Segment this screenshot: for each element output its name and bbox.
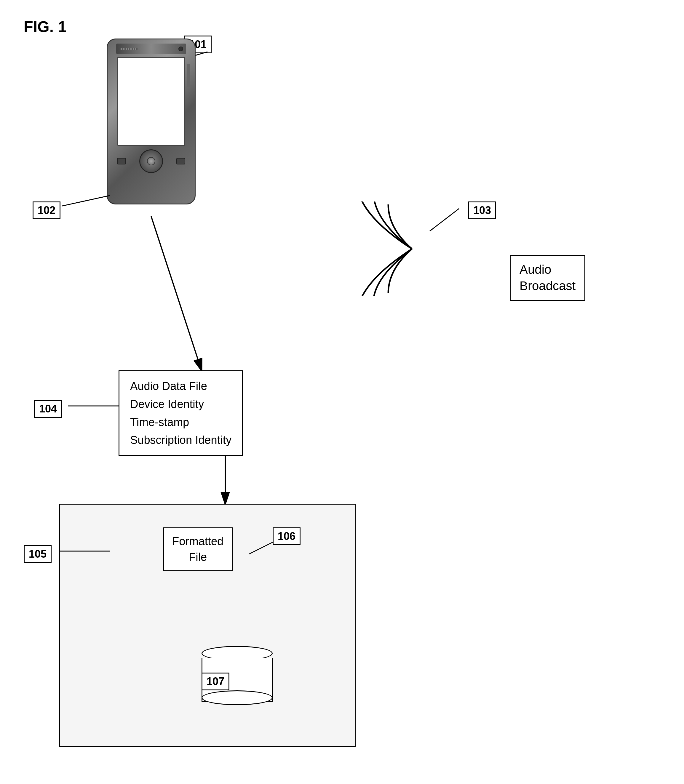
audio-broadcast-box: Audio Broadcast bbox=[510, 255, 585, 301]
ref-106: 106 bbox=[273, 527, 300, 545]
figure-label: FIG. 1 bbox=[24, 18, 66, 35]
svg-line-1 bbox=[151, 216, 202, 370]
svg-line-6 bbox=[62, 196, 110, 206]
data-box: Audio Data File Device Identity Time-sta… bbox=[119, 370, 243, 456]
device-pda bbox=[104, 39, 198, 210]
formatted-file-box: Formatted File bbox=[163, 527, 232, 571]
ref-102: 102 bbox=[32, 201, 60, 219]
ref-105: 105 bbox=[24, 545, 52, 563]
ref-104: 104 bbox=[34, 400, 62, 418]
ref-103: 103 bbox=[468, 201, 496, 219]
svg-line-8 bbox=[430, 201, 459, 231]
ref-107: 107 bbox=[202, 673, 229, 691]
